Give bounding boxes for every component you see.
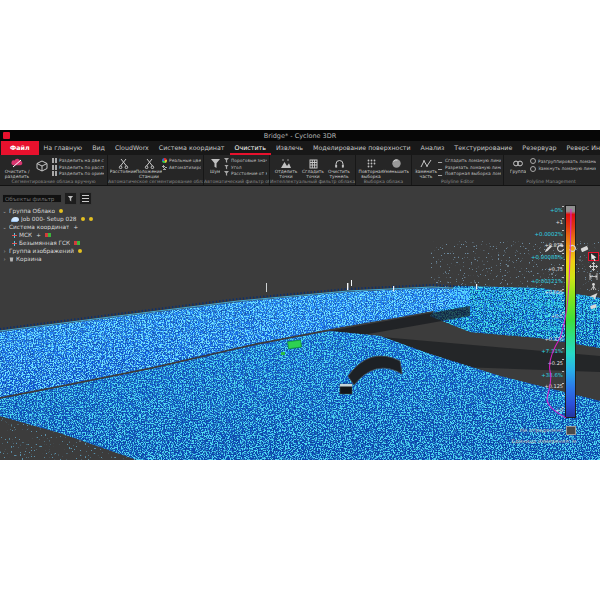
tree-item-cloud-group[interactable]: ⌄ Группа Облако [2,207,122,215]
group-label: Polyline Editor [412,179,503,184]
caret-right-icon[interactable]: › [2,256,7,262]
flag-icon[interactable] [45,233,51,237]
fly-tool[interactable] [588,292,599,301]
tree-item-job-setup[interactable]: Job 000- Setup 028 [2,215,122,223]
undefined-color-box[interactable] [566,426,576,435]
distance-from-reference-button[interactable]: Расстояние от эталона [224,171,267,176]
menu-tab[interactable]: Файл [1,141,39,155]
group-label: Интеллектуальный фильтр облака [270,179,355,184]
menu-tab[interactable]: Очистить [230,141,271,155]
station-tool[interactable] [588,282,599,291]
group-label: Автоматическое сегментирование облака [108,179,203,184]
visibility-lamp-icon[interactable] [81,217,85,221]
hamburger-icon [82,195,89,202]
scissors-station-icon [144,157,155,169]
filter-button[interactable] [64,192,77,205]
ribbon-group-smart-filter: Отделить точки земли Сгладить точки Очис… [270,155,356,185]
close-polyline-button[interactable]: Замкнуть ломаную линию [530,166,596,172]
angle-filter-button[interactable]: Угол [224,165,267,170]
funnel-icon [210,157,221,169]
plus-icon: + [73,224,78,230]
brush-tool[interactable] [588,302,599,311]
menu-tab[interactable]: Извлечь [271,141,308,155]
split-by-orientation-button[interactable]: Разделить по ориентации [52,171,104,176]
visibility-lamp-icon[interactable] [78,249,82,253]
polyline-icon [438,165,444,170]
cut-polyline-button[interactable]: Разрезать ломаную линию [438,165,501,170]
smooth-polyline-button[interactable]: Сгладить ломаную линию [438,158,501,163]
menu-tab[interactable]: Резервуар [517,141,561,155]
menu-tab[interactable]: Система координат [154,141,230,155]
pan-tool[interactable] [588,262,599,271]
building-icon [308,157,319,169]
colors-icon [162,158,167,163]
mountain-icon [280,157,292,169]
tree-item-unnamed-gsk[interactable]: Безымянная ГСК [2,239,122,247]
caret-right-icon[interactable]: › [2,248,7,254]
ungroup-polylines-button[interactable]: Разгруппировать ломаные линии [530,158,596,164]
menu-tab[interactable]: Моделирование поверхности [308,141,416,155]
group-button[interactable]: Группа [506,156,530,174]
object-filter-input[interactable] [2,194,62,203]
group-label: Выборка облака [356,179,411,184]
clean-tunnel-button[interactable]: Очистить туннель [326,156,352,179]
dot-grid-icon [366,157,377,169]
side-toolbar [588,252,599,311]
tree-item-msk[interactable]: МСК + [2,231,122,239]
smooth-points-button[interactable]: Сгладить точки [300,156,326,179]
menu-tab[interactable]: Реверс Инжиниринг [562,141,600,155]
noise-filter-button[interactable]: Шум [206,156,224,174]
unit-label: Единица измерения: м [511,438,576,444]
funnel-icon [224,171,229,176]
tree-item-trash[interactable]: › Корзина [2,255,122,263]
flag-icon[interactable] [74,241,80,245]
rotate-ccw-icon[interactable] [556,244,565,253]
group-label: Polyline Management [504,179,598,184]
ribbon-group-cloud-sampling: Повторная выборка Уменьшить Выборка обла… [356,155,412,185]
menu-tab[interactable]: Вид [87,141,110,155]
split-by-distance-button[interactable]: Разделить по расстоянию [52,165,104,170]
measure-tool[interactable] [588,272,599,281]
rotate-cw-icon[interactable] [568,244,577,253]
distance-segmentation-button[interactable]: Расстояние [110,156,136,174]
split-cube-button[interactable] [32,156,52,175]
tree-menu-button[interactable] [79,192,92,205]
funnel-icon [224,165,229,170]
closed-loop-icon [530,166,536,172]
dark-box-object [340,384,352,394]
split-two-sides-button[interactable]: Разделить на две стороны [52,158,104,163]
tree-item-coord-system[interactable]: ⌄ Система координат + [2,223,122,231]
real-colors-button[interactable]: Реальные цвета [162,158,201,163]
menu-tab[interactable]: Текстурирование [449,141,517,155]
resample-button[interactable]: Повторная выборка [358,156,384,179]
sphere-icon [391,157,402,169]
polyline-icon [438,158,444,163]
color-scale-bar[interactable] [565,205,576,418]
menu-tab[interactable]: Анализ [416,141,450,155]
tree-item-image-group[interactable]: › Группа изображений [2,247,122,255]
scale-ticks [562,206,564,418]
caret-down-icon[interactable]: ⌄ [2,208,7,214]
menu-tab[interactable]: CloudWorx [110,141,154,155]
split-icon [52,165,57,170]
clean-divide-button[interactable]: Очистить / разделить [2,156,32,179]
separate-ground-points-button[interactable]: Отделить точки земли [272,156,300,180]
visibility-lamp-icon[interactable] [89,217,93,221]
title-bar: Bridge* - Cyclone 3DR [0,130,600,141]
menu-tab[interactable]: На главную [39,141,88,155]
split-icon [52,171,57,176]
replace-part-button[interactable]: Заменить часть [414,156,438,179]
visibility-lamp-icon[interactable] [59,209,63,213]
auto-points-button[interactable]: Автоматизированные точки [162,165,201,170]
cursor-tool[interactable] [588,252,599,261]
station-position-button[interactable]: Положение Станции [136,156,162,179]
pencil-icon[interactable] [544,244,553,253]
polyline-icon [438,171,444,176]
resample-polyline-button[interactable]: Повторная выборка ломаной линии [438,171,501,176]
threshold-values-button[interactable]: Пороговые значения [224,158,267,163]
ribbon-group-manual-segmentation: Очистить / разделить Разделить на две ст… [0,155,108,185]
object-tree-panel: ⌄ Группа Облако Job 000- Setup 028 ⌄ Сис… [2,192,122,263]
ribbon-tab-bar: ФайлНа главнуюВидCloudWorxСистема коорди… [0,141,600,155]
caret-down-icon[interactable]: ⌄ [2,224,7,230]
reduce-button[interactable]: Уменьшить [384,156,408,174]
